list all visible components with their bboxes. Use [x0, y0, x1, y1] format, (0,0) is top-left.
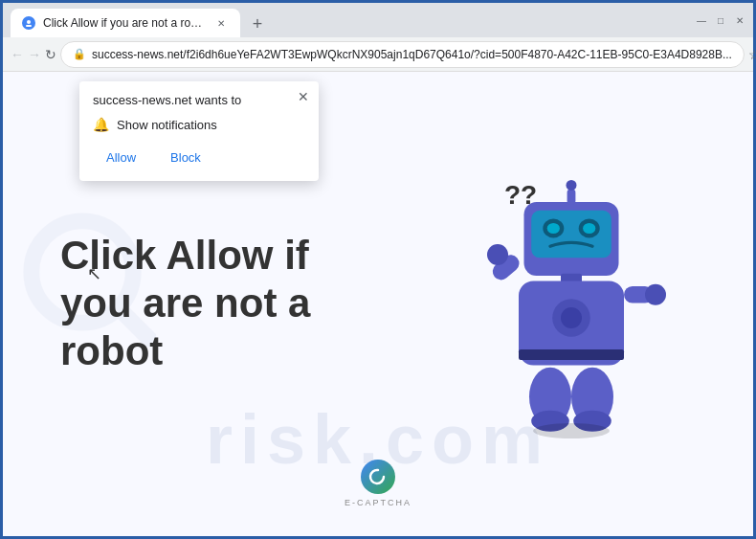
svg-rect-20	[519, 349, 624, 360]
popup-buttons: Allow Block	[93, 146, 305, 169]
question-marks: ??	[504, 180, 537, 211]
popup-close-button[interactable]: ✕	[298, 89, 309, 104]
captcha-icon	[361, 460, 395, 494]
window-controls: — □ ✕	[696, 14, 745, 26]
back-button[interactable]: ←	[11, 43, 24, 66]
captcha-logo: E-CAPTCHA	[345, 460, 411, 507]
lock-icon: 🔒	[73, 48, 86, 60]
tab-bar: Click Allow if you are not a robot ✕ +	[11, 3, 684, 37]
content-area: risk.com Click Allow if you are not a ro…	[3, 72, 753, 536]
popup-title: success-news.net wants to	[93, 93, 305, 107]
svg-point-23	[487, 244, 508, 265]
refresh-button[interactable]: ↻	[45, 43, 56, 66]
svg-point-24	[645, 283, 666, 304]
svg-point-12	[547, 223, 560, 234]
notification-popup: ✕ success-news.net wants to 🔔 Show notif…	[79, 81, 319, 181]
block-button[interactable]: Block	[157, 146, 214, 169]
active-tab[interactable]: Click Allow if you are not a robot ✕	[11, 9, 240, 37]
svg-point-19	[561, 307, 582, 328]
svg-rect-14	[567, 189, 576, 203]
new-tab-button[interactable]: +	[244, 11, 271, 37]
bell-icon: 🔔	[93, 117, 109, 132]
url-box[interactable]: 🔒 success-news.net/f2i6dh6ueYeFA2WT3EwpW…	[60, 41, 745, 68]
url-text: success-news.net/f2i6dh6ueYeFA2WT3EwpWQk…	[92, 48, 732, 61]
notification-label: Show notifications	[117, 118, 217, 132]
title-bar: Click Allow if you are not a robot ✕ + —…	[3, 3, 753, 37]
svg-rect-9	[531, 210, 611, 257]
robot-svg	[466, 170, 677, 444]
mouse-cursor: ↖	[87, 263, 101, 284]
main-text-line2: you are not a	[60, 280, 310, 327]
minimize-button[interactable]: —	[696, 14, 707, 26]
popup-notification-row: 🔔 Show notifications	[93, 117, 305, 132]
close-button[interactable]: ✕	[734, 14, 745, 26]
tab-title: Click Allow if you are not a robot	[43, 16, 206, 30]
page-main-text: Click Allow if you are not a robot	[60, 232, 310, 376]
tab-close-button[interactable]: ✕	[213, 15, 229, 31]
captcha-label: E-CAPTCHA	[345, 498, 411, 507]
browser-window: Click Allow if you are not a robot ✕ + —…	[0, 0, 756, 539]
svg-point-13	[583, 223, 595, 234]
main-text-line3: robot	[60, 328, 310, 376]
allow-button[interactable]: Allow	[93, 146, 149, 169]
forward-button[interactable]: →	[28, 43, 41, 66]
tab-favicon	[22, 16, 35, 30]
maximize-button[interactable]: □	[715, 14, 726, 26]
svg-rect-2	[26, 25, 32, 27]
svg-point-1	[27, 20, 31, 24]
address-bar: ← → ↻ 🔒 success-news.net/f2i6dh6ueYeFA2W…	[3, 37, 753, 72]
bookmark-button[interactable]: ☆	[748, 43, 756, 66]
svg-point-15	[567, 179, 577, 190]
robot-illustration: ??	[466, 170, 677, 438]
robot-shadow	[533, 423, 610, 438]
